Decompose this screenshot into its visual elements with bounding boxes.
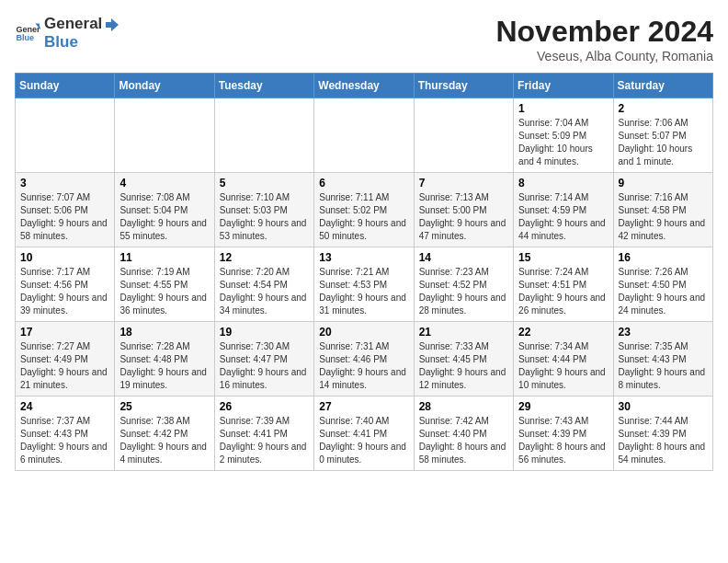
month-title: November 2024 [495, 15, 713, 49]
calendar-week-row: 24Sunrise: 7:37 AM Sunset: 4:43 PM Dayli… [16, 396, 713, 471]
day-info: Sunrise: 7:37 AM Sunset: 4:43 PM Dayligh… [20, 415, 109, 466]
calendar-cell: 17Sunrise: 7:27 AM Sunset: 4:49 PM Dayli… [16, 322, 115, 396]
day-info: Sunrise: 7:31 AM Sunset: 4:46 PM Dayligh… [319, 340, 408, 392]
day-number: 15 [518, 251, 608, 264]
day-info: Sunrise: 7:20 AM Sunset: 4:54 PM Dayligh… [220, 266, 309, 317]
calendar-cell: 2Sunrise: 7:06 AM Sunset: 5:07 PM Daylig… [613, 98, 712, 173]
day-number: 13 [319, 251, 408, 264]
calendar-cell: 21Sunrise: 7:33 AM Sunset: 4:45 PM Dayli… [414, 322, 513, 396]
calendar-cell: 24Sunrise: 7:37 AM Sunset: 4:43 PM Dayli… [16, 396, 115, 471]
calendar-cell: 25Sunrise: 7:38 AM Sunset: 4:42 PM Dayli… [115, 396, 214, 471]
day-info: Sunrise: 7:17 AM Sunset: 4:56 PM Dayligh… [20, 266, 109, 317]
calendar-cell: 13Sunrise: 7:21 AM Sunset: 4:53 PM Dayli… [314, 247, 414, 322]
day-info: Sunrise: 7:08 AM Sunset: 5:04 PM Dayligh… [119, 191, 209, 243]
calendar-cell: 23Sunrise: 7:35 AM Sunset: 4:43 PM Dayli… [613, 322, 712, 396]
day-info: Sunrise: 7:34 AM Sunset: 4:44 PM Dayligh… [518, 340, 608, 392]
calendar-cell: 15Sunrise: 7:24 AM Sunset: 4:51 PM Dayli… [514, 247, 613, 322]
calendar-week-row: 1Sunrise: 7:04 AM Sunset: 5:09 PM Daylig… [16, 98, 713, 173]
calendar-cell: 16Sunrise: 7:26 AM Sunset: 4:50 PM Dayli… [613, 247, 712, 322]
day-info: Sunrise: 7:39 AM Sunset: 4:41 PM Dayligh… [220, 415, 309, 466]
day-info: Sunrise: 7:07 AM Sunset: 5:06 PM Dayligh… [20, 191, 109, 243]
calendar-cell: 3Sunrise: 7:07 AM Sunset: 5:06 PM Daylig… [16, 173, 115, 247]
calendar-cell: 7Sunrise: 7:13 AM Sunset: 5:00 PM Daylig… [414, 173, 513, 247]
calendar-cell: 30Sunrise: 7:44 AM Sunset: 4:39 PM Dayli… [613, 396, 712, 471]
day-number: 9 [619, 177, 708, 190]
day-info: Sunrise: 7:21 AM Sunset: 4:53 PM Dayligh… [319, 266, 408, 317]
calendar-cell: 20Sunrise: 7:31 AM Sunset: 4:46 PM Dayli… [314, 322, 414, 396]
day-info: Sunrise: 7:26 AM Sunset: 4:50 PM Dayligh… [619, 266, 708, 317]
calendar-week-row: 3Sunrise: 7:07 AM Sunset: 5:06 PM Daylig… [16, 173, 713, 247]
day-info: Sunrise: 7:06 AM Sunset: 5:07 PM Dayligh… [619, 117, 708, 168]
day-info: Sunrise: 7:38 AM Sunset: 4:42 PM Dayligh… [119, 415, 209, 466]
day-info: Sunrise: 7:11 AM Sunset: 5:02 PM Dayligh… [319, 191, 408, 243]
calendar-cell: 28Sunrise: 7:42 AM Sunset: 4:40 PM Dayli… [414, 396, 513, 471]
day-info: Sunrise: 7:44 AM Sunset: 4:39 PM Dayligh… [619, 415, 708, 466]
day-number: 6 [319, 177, 408, 190]
logo-icon: General Blue [15, 20, 40, 46]
day-info: Sunrise: 7:30 AM Sunset: 4:47 PM Dayligh… [220, 340, 309, 392]
day-number: 29 [518, 400, 608, 413]
calendar-cell [314, 98, 414, 173]
day-info: Sunrise: 7:35 AM Sunset: 4:43 PM Dayligh… [619, 340, 708, 392]
logo: General Blue General Blue [15, 15, 122, 52]
svg-marker-3 [106, 18, 119, 31]
day-info: Sunrise: 7:40 AM Sunset: 4:41 PM Dayligh… [319, 415, 408, 466]
weekday-header: Tuesday [214, 74, 313, 98]
day-number: 26 [220, 400, 309, 413]
weekday-header: Monday [115, 74, 214, 98]
day-info: Sunrise: 7:04 AM Sunset: 5:09 PM Dayligh… [518, 117, 608, 168]
day-number: 23 [619, 326, 708, 339]
day-number: 17 [20, 326, 109, 339]
calendar-cell [214, 98, 313, 173]
day-info: Sunrise: 7:23 AM Sunset: 4:52 PM Dayligh… [419, 266, 508, 317]
calendar-cell: 18Sunrise: 7:28 AM Sunset: 4:48 PM Dayli… [115, 322, 214, 396]
day-number: 18 [119, 326, 209, 339]
day-info: Sunrise: 7:42 AM Sunset: 4:40 PM Dayligh… [419, 415, 508, 466]
weekday-header: Sunday [16, 74, 115, 98]
calendar-cell: 4Sunrise: 7:08 AM Sunset: 5:04 PM Daylig… [115, 173, 214, 247]
day-number: 3 [20, 177, 109, 190]
calendar-cell: 8Sunrise: 7:14 AM Sunset: 4:59 PM Daylig… [514, 173, 613, 247]
calendar-cell [115, 98, 214, 173]
calendar-cell [414, 98, 513, 173]
day-number: 27 [319, 400, 408, 413]
svg-text:Blue: Blue [16, 33, 34, 42]
weekday-header: Friday [514, 74, 613, 98]
day-number: 22 [518, 326, 608, 339]
day-number: 21 [419, 326, 508, 339]
day-number: 8 [518, 177, 608, 190]
calendar-cell: 12Sunrise: 7:20 AM Sunset: 4:54 PM Dayli… [214, 247, 313, 322]
weekday-header: Wednesday [314, 74, 414, 98]
calendar-week-row: 10Sunrise: 7:17 AM Sunset: 4:56 PM Dayli… [16, 247, 713, 322]
day-number: 30 [619, 400, 708, 413]
day-number: 24 [20, 400, 109, 413]
day-number: 7 [419, 177, 508, 190]
day-number: 11 [119, 251, 209, 264]
day-number: 16 [619, 251, 708, 264]
day-info: Sunrise: 7:28 AM Sunset: 4:48 PM Dayligh… [119, 340, 209, 392]
calendar-cell: 11Sunrise: 7:19 AM Sunset: 4:55 PM Dayli… [115, 247, 214, 322]
day-number: 14 [419, 251, 508, 264]
day-info: Sunrise: 7:24 AM Sunset: 4:51 PM Dayligh… [518, 266, 608, 317]
weekday-header: Saturday [613, 74, 712, 98]
day-number: 1 [518, 102, 608, 115]
day-info: Sunrise: 7:33 AM Sunset: 4:45 PM Dayligh… [419, 340, 508, 392]
day-info: Sunrise: 7:19 AM Sunset: 4:55 PM Dayligh… [119, 266, 209, 317]
calendar-cell: 26Sunrise: 7:39 AM Sunset: 4:41 PM Dayli… [214, 396, 313, 471]
day-info: Sunrise: 7:27 AM Sunset: 4:49 PM Dayligh… [20, 340, 109, 392]
day-info: Sunrise: 7:10 AM Sunset: 5:03 PM Dayligh… [220, 191, 309, 243]
calendar-cell: 19Sunrise: 7:30 AM Sunset: 4:47 PM Dayli… [214, 322, 313, 396]
day-number: 12 [220, 251, 309, 264]
calendar-week-row: 17Sunrise: 7:27 AM Sunset: 4:49 PM Dayli… [16, 322, 713, 396]
day-number: 5 [220, 177, 309, 190]
title-area: November 2024 Veseus, Alba County, Roman… [495, 15, 713, 63]
calendar-table: SundayMondayTuesdayWednesdayThursdayFrid… [15, 73, 713, 471]
day-info: Sunrise: 7:14 AM Sunset: 4:59 PM Dayligh… [518, 191, 608, 243]
logo-arrow-icon [104, 17, 120, 33]
day-info: Sunrise: 7:13 AM Sunset: 5:00 PM Dayligh… [419, 191, 508, 243]
day-number: 2 [619, 102, 708, 115]
calendar-cell: 9Sunrise: 7:16 AM Sunset: 4:58 PM Daylig… [613, 173, 712, 247]
calendar-cell: 6Sunrise: 7:11 AM Sunset: 5:02 PM Daylig… [314, 173, 414, 247]
calendar-cell: 14Sunrise: 7:23 AM Sunset: 4:52 PM Dayli… [414, 247, 513, 322]
day-info: Sunrise: 7:16 AM Sunset: 4:58 PM Dayligh… [619, 191, 708, 243]
